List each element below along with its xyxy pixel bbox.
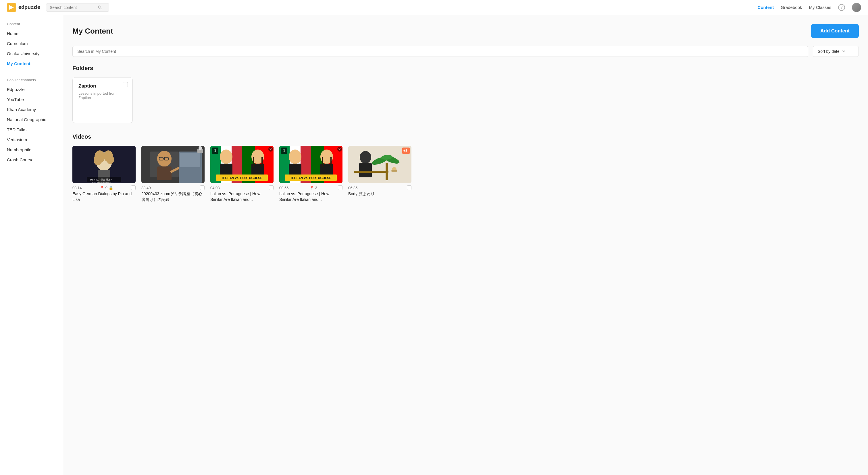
- video-card-2[interactable]: 1 ✕ ITALIAN vs. PORTUGUESE 04:08: [210, 146, 274, 202]
- pin-count-3: 3: [315, 186, 317, 190]
- video-checkbox-0[interactable]: [131, 185, 135, 190]
- video-checkbox-4[interactable]: [407, 185, 411, 190]
- svg-rect-73: [391, 170, 397, 172]
- add-content-button[interactable]: Add Content: [811, 24, 859, 38]
- avatar[interactable]: [852, 3, 861, 12]
- lock-icon-0: 🔒: [108, 186, 113, 190]
- sidebar-item-my-content[interactable]: My Content: [0, 59, 63, 69]
- videos-title: Videos: [72, 133, 859, 140]
- global-search-input[interactable]: [50, 5, 96, 10]
- svg-rect-37: [253, 157, 254, 167]
- svg-point-33: [220, 149, 232, 164]
- logo[interactable]: edpuzzle: [7, 3, 40, 12]
- svg-line-3: [100, 8, 101, 9]
- topnav-left: edpuzzle: [7, 3, 109, 12]
- svg-text:Hey there. All good?: Hey there. All good?: [92, 181, 113, 183]
- nav-gradebook[interactable]: Gradebook: [781, 5, 802, 10]
- sort-dropdown[interactable]: Sort by date: [813, 46, 859, 57]
- video-duration-2: 04:08: [210, 186, 220, 190]
- video-title-2: Italian vs. Portuguese | How Similar Are…: [210, 191, 274, 202]
- svg-rect-56: [322, 157, 323, 167]
- video-duration-1: 38:40: [142, 186, 151, 190]
- video-checkbox-1[interactable]: [200, 185, 205, 190]
- video-title-3: Italian vs. Portuguese | How Similar Are…: [279, 191, 342, 202]
- video-icons-0: 📍 9 🔒: [100, 186, 113, 190]
- sidebar-item-curriculum[interactable]: Curriculum: [0, 38, 63, 48]
- page-title: My Content: [72, 27, 113, 36]
- content-search-input[interactable]: [72, 46, 808, 57]
- sidebar-item-natgeo[interactable]: National Geographic: [0, 114, 63, 125]
- sidebar-item-osaka[interactable]: Osaka University: [0, 48, 63, 59]
- video-meta-4: 06:35: [348, 185, 411, 190]
- svg-rect-23: [180, 153, 200, 167]
- video-thumb-3: 1 ✕ ITALIAN vs. PORTUGUESE: [279, 146, 342, 183]
- sidebar-item-home[interactable]: Home: [0, 28, 63, 38]
- app-layout: Content Home Curriculum Osaka University…: [0, 15, 868, 475]
- svg-rect-71: [354, 171, 389, 173]
- top-navigation: edpuzzle Content Gradebook My Classes ?: [0, 0, 868, 15]
- sidebar-item-ted[interactable]: TED Talks: [0, 125, 63, 135]
- videos-section: Videos: [72, 133, 859, 202]
- sidebar-item-edpuzzle[interactable]: Edpuzzle: [0, 84, 63, 94]
- sidebar-item-veritasium[interactable]: Veritasium: [0, 135, 63, 145]
- video-card-3[interactable]: 1 ✕ ITALIAN vs. PORTUGUESE 00:56 📍 3: [279, 146, 342, 202]
- svg-rect-70: [359, 163, 372, 177]
- svg-point-52: [289, 149, 301, 164]
- svg-rect-64: [348, 146, 411, 183]
- folder-card-zaption[interactable]: Zaption Lessons imported from Zaption: [72, 77, 133, 123]
- folder-checkbox[interactable]: [123, 82, 128, 87]
- video-duration-3: 00:56: [279, 186, 289, 190]
- thumb-image-2: 1 ✕ ITALIAN vs. PORTUGUESE: [210, 146, 274, 183]
- main-content: My Content Add Content Sort by date Fold…: [63, 15, 868, 475]
- svg-point-25: [198, 146, 202, 150]
- folder-name: Zaption: [79, 83, 127, 89]
- video-meta-2: 04:08: [210, 185, 274, 190]
- chevron-down-icon: [842, 49, 845, 53]
- sidebar-item-crash-course[interactable]: Crash Course: [0, 155, 63, 165]
- sidebar-divider: [0, 71, 63, 78]
- thumb-image-3: 1 ✕ ITALIAN vs. PORTUGUESE: [279, 146, 342, 183]
- filter-row: Sort by date: [72, 46, 859, 57]
- pin-icon-0: 📍: [100, 186, 104, 190]
- videos-grid: Hey na. Alles klar? Hey there. All good?…: [72, 146, 859, 202]
- svg-text:1: 1: [283, 148, 285, 153]
- video-thumb-1: [142, 146, 205, 183]
- svg-text:ITALIAN vs. PORTUGUESE: ITALIAN vs. PORTUGUESE: [222, 176, 262, 180]
- video-title-4: Body 顔まわり: [348, 191, 411, 197]
- video-card-4[interactable]: +3 06:35 Body 顔まわり: [348, 146, 411, 202]
- avatar-image: [852, 3, 861, 12]
- logo-text: edpuzzle: [19, 4, 40, 10]
- svg-text:1: 1: [214, 148, 216, 153]
- sidebar-channels-label: Popular channels: [0, 78, 63, 84]
- thumb-image-1: [142, 146, 205, 183]
- sidebar-content-label: Content: [0, 22, 63, 28]
- help-button[interactable]: ?: [838, 4, 845, 11]
- nav-my-classes[interactable]: My Classes: [809, 5, 831, 10]
- global-search-bar[interactable]: [46, 3, 109, 12]
- svg-text:✕: ✕: [269, 147, 272, 151]
- video-card-1[interactable]: 38:40 20200403 zoomゲリラ講座（初心者向け）の記録: [142, 146, 205, 202]
- nav-content[interactable]: Content: [758, 5, 774, 10]
- video-thumb-2: 1 ✕ ITALIAN vs. PORTUGUESE: [210, 146, 274, 183]
- page-header: My Content Add Content: [72, 24, 859, 38]
- sidebar-content-section: Content Home Curriculum Osaka University…: [0, 22, 63, 69]
- svg-text:✕: ✕: [338, 147, 341, 151]
- video-checkbox-2[interactable]: [269, 185, 274, 190]
- sidebar-item-numberphile[interactable]: Numberphile: [0, 145, 63, 155]
- sidebar-item-youtube[interactable]: YouTube: [0, 94, 63, 104]
- video-duration-4: 06:35: [348, 186, 358, 190]
- video-card-0[interactable]: Hey na. Alles klar? Hey there. All good?…: [72, 146, 135, 202]
- video-icons-3: 📍 3: [309, 186, 317, 190]
- thumb-image-4: +3: [348, 146, 411, 183]
- video-title-0: Easy German Dialogs by Pia and Lisa: [72, 191, 135, 202]
- topnav-right: Content Gradebook My Classes ?: [758, 3, 861, 12]
- svg-text:Hey na. Alles klar?: Hey na. Alles klar?: [90, 178, 112, 181]
- pin-count-0: 9: [105, 186, 107, 190]
- folders-title: Folders: [72, 65, 859, 71]
- svg-text:ITALIAN vs. PORTUGUESE: ITALIAN vs. PORTUGUESE: [291, 176, 331, 180]
- svg-text:+3: +3: [403, 149, 407, 153]
- sidebar-item-khan[interactable]: Khan Academy: [0, 104, 63, 114]
- video-thumb-0: Hey na. Alles klar? Hey there. All good?: [72, 146, 135, 183]
- svg-rect-20: [157, 166, 172, 180]
- video-checkbox-3[interactable]: [338, 185, 342, 190]
